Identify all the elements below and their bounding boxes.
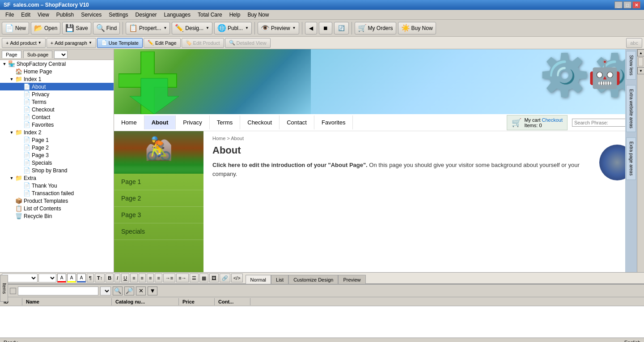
properties-button[interactable]: 📋 Propert... ▼ (126, 22, 170, 34)
cart-widget[interactable]: 🛒 My cart Checkout Items: 0 (507, 115, 568, 130)
tab-list[interactable]: List (271, 275, 288, 284)
new-button[interactable]: 📄 New (2, 22, 29, 34)
filter-dropdown[interactable]: ▼ (100, 286, 111, 295)
buynow-toolbar-button[interactable]: ☀️ Buy Now (398, 22, 436, 34)
add-paragraph-button[interactable]: + Add paragraph ▼ (47, 38, 96, 48)
menu-file[interactable]: File (2, 11, 17, 19)
zoom-button[interactable]: 🔎 (124, 286, 134, 295)
preview-button[interactable]: 👁️ Preview ▼ (258, 22, 299, 34)
tree-node-listofcontents[interactable]: 📋 List of Contents (0, 205, 114, 212)
font-color-button[interactable]: A (57, 274, 66, 282)
tree-node-favorites[interactable]: 📄 Favorites (0, 121, 114, 128)
scroll-down[interactable]: ▼ (637, 67, 644, 74)
menu-settings[interactable]: Settings (105, 11, 131, 19)
tree-node-about[interactable]: 📄 About (0, 83, 114, 90)
nav-about[interactable]: About (144, 115, 176, 129)
tree-node-page1[interactable]: 📄 Page 1 (0, 136, 114, 144)
menu-languages[interactable]: Languages (161, 11, 194, 19)
back-button[interactable]: ◀ (305, 22, 317, 34)
align-center-button[interactable]: ≡ (139, 274, 146, 282)
nav-terms[interactable]: Terms (210, 115, 240, 129)
refresh-button[interactable]: 🔄 (334, 22, 349, 34)
tree-node-recyclebin[interactable]: 🗑️ Recycle Bin (0, 212, 114, 220)
abc-button[interactable]: abc (626, 38, 642, 48)
add-product-button[interactable]: + Add product ▼ (2, 38, 46, 48)
tree-node-specials[interactable]: 📄 Specials (0, 159, 114, 167)
tab-normal[interactable]: Normal (246, 275, 271, 284)
paragraph-button[interactable]: ¶ (87, 274, 94, 282)
tree-node-contact[interactable]: 📄 Contact (0, 113, 114, 121)
highlight-button[interactable]: A (67, 274, 76, 282)
myorders-button[interactable]: 🛒 My Orders (355, 22, 396, 34)
clear-search-button[interactable]: ✕ (136, 286, 146, 295)
color3-button[interactable]: A (77, 274, 86, 282)
align-left-button[interactable]: ≡ (130, 274, 137, 282)
tree-node-page3[interactable]: 📄 Page 3 (0, 151, 114, 159)
search-input[interactable] (572, 119, 626, 127)
outdent-button[interactable]: ≡→ (176, 274, 188, 282)
tree-node-page2[interactable]: 📄 Page 2 (0, 144, 114, 151)
align-justify-button[interactable]: ≡ (155, 274, 162, 282)
indent-button[interactable]: →≡ (163, 274, 175, 282)
save-button[interactable]: 💾 Save (62, 22, 91, 34)
more-options-button[interactable]: ▼ (148, 286, 157, 295)
publish-button[interactable]: 🌐 Publ... ▼ (214, 22, 252, 34)
tree-node-producttemplates[interactable]: 📦 Product Templates (0, 197, 114, 205)
code-button[interactable]: </> (231, 274, 243, 282)
detailed-view-button[interactable]: 🔍 Detailed View (225, 38, 271, 48)
tree-node-checkout[interactable]: 📄 Checkout (0, 106, 114, 113)
use-template-button[interactable]: 📄 Use Template (97, 38, 143, 48)
tab-customize[interactable]: Customize Design (288, 275, 338, 284)
nav-favorites[interactable]: Favorites (314, 115, 353, 129)
menu-services[interactable]: Services (77, 11, 105, 19)
nav-privacy[interactable]: Privacy (176, 115, 210, 129)
stop-button[interactable]: ⏹ (319, 22, 332, 34)
minimize-button[interactable]: _ (614, 1, 623, 9)
tree-node-privacy[interactable]: 📄 Privacy (0, 90, 114, 98)
size-selector[interactable] (38, 274, 56, 282)
extra-website-tab[interactable]: Extra website areas (626, 85, 636, 133)
open-button[interactable]: 📂 Open (31, 22, 60, 34)
list-button[interactable]: ☰ (190, 274, 199, 282)
vertical-scrollbar[interactable]: ▲ ▼ (637, 49, 644, 272)
tree-node-transaction[interactable]: 📄 Transaction failed (0, 189, 114, 197)
checkout-link[interactable]: Checkout (542, 117, 563, 123)
search-bottom-input[interactable] (18, 286, 98, 295)
tree-node-index2[interactable]: ▼ 📁 Index 2 (0, 128, 114, 136)
menu-designer[interactable]: Designer (132, 11, 161, 19)
design-button[interactable]: ✏️ Desig... ▼ (172, 22, 212, 34)
link-button[interactable]: 🔗 (220, 274, 230, 282)
menu-publish[interactable]: Publish (53, 11, 77, 19)
tree-node-thankyou[interactable]: 📄 Thank You (0, 182, 114, 189)
sidebar-specials[interactable]: Specials (114, 223, 203, 240)
page-tab[interactable]: Page (2, 51, 21, 58)
tree-root[interactable]: ▼ 🏪 ShopFactory Central (0, 60, 114, 68)
subpage-tab[interactable]: Sub-page (23, 51, 53, 58)
edit-page-button[interactable]: ✏️ Edit Page (144, 38, 181, 48)
edit-product-button[interactable]: 🏷️ Edit Product (182, 38, 224, 48)
image-button[interactable]: 🖼 (209, 274, 219, 282)
find-button[interactable]: 🔍 Find (93, 22, 120, 34)
scroll-up[interactable]: ▲ (637, 49, 644, 56)
show-less-tab[interactable]: Show less (626, 51, 636, 80)
maximize-button[interactable]: □ (623, 1, 631, 9)
underline-button[interactable]: U (121, 274, 129, 282)
font-increase-button[interactable]: T↑ (95, 274, 105, 282)
menu-edit[interactable]: Edit (17, 11, 34, 19)
sidebar-page2[interactable]: Page 2 (114, 190, 203, 207)
menu-buynow[interactable]: Buy Now (244, 11, 272, 19)
sidebar-page1[interactable]: Page 1 (114, 174, 203, 190)
tree-node-terms[interactable]: 📄 Terms (0, 98, 114, 106)
nav-contact[interactable]: Contact (280, 115, 314, 129)
tree-node-home[interactable]: 🏠 Home Page (0, 68, 114, 75)
tab-preview[interactable]: Preview (338, 275, 365, 284)
nav-checkout[interactable]: Checkout (240, 115, 280, 129)
search-go-button[interactable]: 🔍 (113, 286, 123, 295)
extra-page-tab[interactable]: Extra page areas (626, 137, 636, 180)
scroll-thumb[interactable] (638, 57, 643, 66)
tree-node-extra[interactable]: ▼ 📁 Extra (0, 174, 114, 182)
italic-button[interactable]: I (114, 274, 120, 282)
menu-help[interactable]: Help (226, 11, 244, 19)
tree-dropdown[interactable] (54, 51, 68, 59)
bold-button[interactable]: B (106, 274, 114, 282)
